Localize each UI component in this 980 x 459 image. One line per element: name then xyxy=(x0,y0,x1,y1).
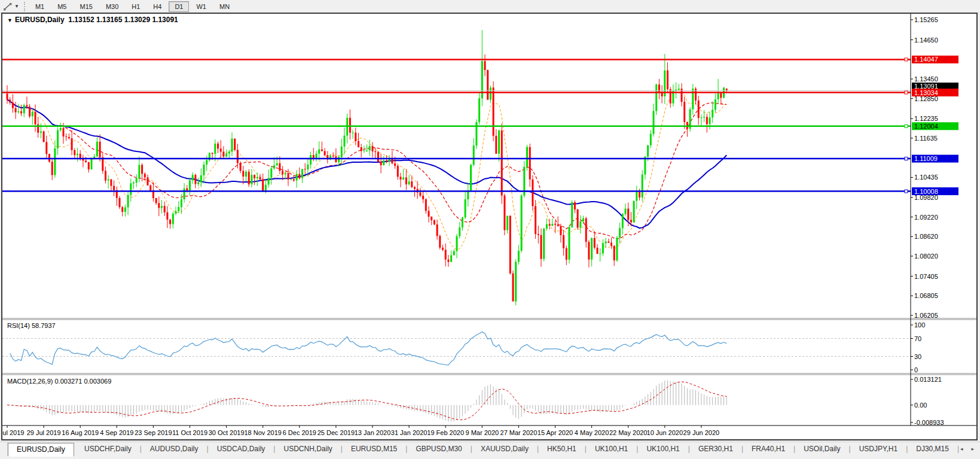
timeframe-button-m5[interactable]: M5 xyxy=(51,1,72,12)
chart-tab-xauusd-daily[interactable]: XAUUSD,Daily xyxy=(472,443,537,455)
svg-text:15 Apr 2020: 15 Apr 2020 xyxy=(538,429,573,436)
svg-text:0.013121: 0.013121 xyxy=(914,376,942,383)
hline-handle[interactable] xyxy=(905,190,908,193)
svg-text:0.00: 0.00 xyxy=(914,402,927,409)
chart-tab-uk100-h1[interactable]: UK100,H1 xyxy=(638,443,688,455)
macd-histogram xyxy=(7,380,726,421)
svg-text:10 Jul 2019: 10 Jul 2019 xyxy=(2,429,24,436)
timeframe-button-m30[interactable]: M30 xyxy=(100,1,124,12)
macd-axis: 0.0131210.00-0.008933 xyxy=(911,376,944,426)
macd-signal-line xyxy=(7,382,726,420)
svg-text:1.07405: 1.07405 xyxy=(914,273,938,280)
chart-tab-usdjpy-h1[interactable]: USDJPY,H1 xyxy=(851,443,906,455)
chart-title: ▼EURUSD,Daily 1.13152 1.13165 1.13029 1.… xyxy=(7,16,178,24)
svg-text:27 Mar 2020: 27 Mar 2020 xyxy=(500,429,538,436)
timeframe-button-w1[interactable]: W1 xyxy=(190,1,212,12)
chart-tab-eurusd-m15[interactable]: EURUSD,M15 xyxy=(343,443,405,455)
chart-window: 1.152651.146501.134501.128501.122351.116… xyxy=(1,13,978,440)
chart-ohlc-values: 1.13152 1.13165 1.13029 1.13091 xyxy=(68,16,178,24)
trendline-icon[interactable] xyxy=(2,2,14,11)
chart-tab-usdcad-daily[interactable]: USDCAD,Daily xyxy=(209,443,274,455)
svg-text:10 Jun 2020: 10 Jun 2020 xyxy=(647,429,683,436)
toolbar-separator xyxy=(24,2,25,11)
chart-tab-gbpusd-m30[interactable]: GBPUSD,M30 xyxy=(407,443,470,455)
svg-text:1.10008: 1.10008 xyxy=(914,188,938,195)
chart-tab-usoil-daily[interactable]: USOil,Daily xyxy=(795,443,848,455)
ma-50-line xyxy=(7,100,726,229)
chart-tab-dj30-m15[interactable]: DJ30,M15 xyxy=(908,443,957,455)
tab-scroll-controls: ◂ ▸ xyxy=(960,446,974,452)
hline-handle[interactable] xyxy=(905,58,908,61)
timeframe-button-d1[interactable]: D1 xyxy=(169,1,189,12)
svg-text:0: 0 xyxy=(914,366,918,373)
svg-text:-0.008933: -0.008933 xyxy=(914,419,944,426)
svg-text:16 Aug 2019: 16 Aug 2019 xyxy=(62,429,99,436)
tabbar-lead xyxy=(0,442,8,455)
timeframe-button-h1[interactable]: H1 xyxy=(126,1,146,12)
svg-text:29 Jul 2019: 29 Jul 2019 xyxy=(27,429,61,436)
svg-text:1.15265: 1.15265 xyxy=(914,16,938,23)
macd-indicator-label: MACD(12,26,9) 0.003271 0.003069 xyxy=(7,378,111,385)
tab-separator: | xyxy=(957,445,959,453)
svg-text:1.09220: 1.09220 xyxy=(914,214,938,221)
tab-scroll-left-icon[interactable]: ◂ xyxy=(960,446,963,452)
tab-scroll-right-icon[interactable]: ▸ xyxy=(971,446,974,452)
svg-text:70: 70 xyxy=(914,335,921,342)
rsi-axis: 10070300 xyxy=(911,321,925,373)
hline-handle[interactable] xyxy=(905,91,908,94)
chart-tab-hk50-h1[interactable]: HK50,H1 xyxy=(539,443,585,455)
timeframe-button-m1[interactable]: M1 xyxy=(29,1,50,12)
chart-tab-bar: EURUSD,Daily USDCHF,Daily|AUDUSD,Daily|U… xyxy=(0,442,980,459)
top-toolbar: ▼ M1M5M15M30H1H4D1W1MN xyxy=(0,0,980,13)
svg-text:1.06805: 1.06805 xyxy=(914,292,938,299)
svg-text:1.10435: 1.10435 xyxy=(914,174,938,181)
timeframe-button-m15[interactable]: M15 xyxy=(74,1,98,12)
timeframe-button-h4[interactable]: H4 xyxy=(147,1,167,12)
chart-tab-fra40-h1[interactable]: FRA40,H1 xyxy=(743,443,793,455)
svg-text:1.06205: 1.06205 xyxy=(914,312,938,319)
main-price-panel xyxy=(2,30,911,305)
svg-text:1.11635: 1.11635 xyxy=(914,135,938,142)
chart-tab-audusd-daily[interactable]: AUDUSD,Daily xyxy=(142,443,207,455)
svg-text:100: 100 xyxy=(914,321,925,329)
chart-tab-ger30-h1[interactable]: GER30,H1 xyxy=(690,443,741,455)
tabs-holder: EURUSD,Daily USDCHF,Daily|AUDUSD,Daily|U… xyxy=(8,442,959,457)
svg-text:1.14650: 1.14650 xyxy=(914,37,938,44)
svg-text:31 Jan 2020: 31 Jan 2020 xyxy=(391,429,428,436)
rsi-panel xyxy=(2,332,911,365)
hline-price-label: 1.10008 xyxy=(912,187,958,195)
svg-text:30: 30 xyxy=(914,353,921,360)
hline-price-label: 1.12004 xyxy=(912,122,958,130)
svg-text:6 Dec 2019: 6 Dec 2019 xyxy=(283,429,316,436)
chart-tab-eurusd-daily[interactable]: EURUSD,Daily xyxy=(8,443,74,457)
chart-symbol-label: EURUSD,Daily xyxy=(15,16,65,24)
svg-text:1.12004: 1.12004 xyxy=(914,123,938,130)
hline-handle[interactable] xyxy=(905,124,908,127)
candlestick-series xyxy=(7,30,728,305)
svg-text:4 May 2020: 4 May 2020 xyxy=(575,429,609,436)
svg-text:1.08620: 1.08620 xyxy=(914,233,938,240)
macd-panel xyxy=(7,380,726,421)
timeframe-button-group: M1M5M15M30H1H4D1W1MN xyxy=(29,1,236,12)
rsi-line xyxy=(10,332,727,365)
svg-text:30 Oct 2019: 30 Oct 2019 xyxy=(209,429,245,436)
svg-text:11 Oct 2019: 11 Oct 2019 xyxy=(172,429,207,436)
ma-8-line xyxy=(7,90,726,250)
hline-handle[interactable] xyxy=(905,157,908,160)
chart-dropdown-caret[interactable]: ▼ xyxy=(7,17,13,23)
chart-tab-uk100-h1[interactable]: UK100,H1 xyxy=(587,443,636,455)
toolbar-dropdown-caret[interactable]: ▼ xyxy=(14,4,19,9)
svg-text:18 Nov 2019: 18 Nov 2019 xyxy=(245,429,282,436)
timeframe-button-mn[interactable]: MN xyxy=(213,1,236,12)
price-axis[interactable]: 1.152651.146501.134501.128501.122351.116… xyxy=(911,16,958,426)
svg-text:1.12235: 1.12235 xyxy=(914,115,938,122)
svg-text:4 Sep 2019: 4 Sep 2019 xyxy=(100,429,133,436)
svg-text:22 May 2020: 22 May 2020 xyxy=(609,429,648,436)
chart-tab-usdchf-daily[interactable]: USDCHF,Daily xyxy=(76,443,140,455)
date-axis[interactable]: 10 Jul 201929 Jul 201916 Aug 20194 Sep 2… xyxy=(2,425,719,436)
chart-canvas[interactable]: 1.152651.146501.134501.128501.122351.116… xyxy=(2,14,976,439)
hline-price-label: 1.11009 xyxy=(912,155,958,163)
chart-tab-usdcnh-daily[interactable]: USDCNH,Daily xyxy=(275,443,340,455)
svg-text:1.14047: 1.14047 xyxy=(914,56,938,63)
svg-text:29 Jun 2020: 29 Jun 2020 xyxy=(683,429,720,436)
